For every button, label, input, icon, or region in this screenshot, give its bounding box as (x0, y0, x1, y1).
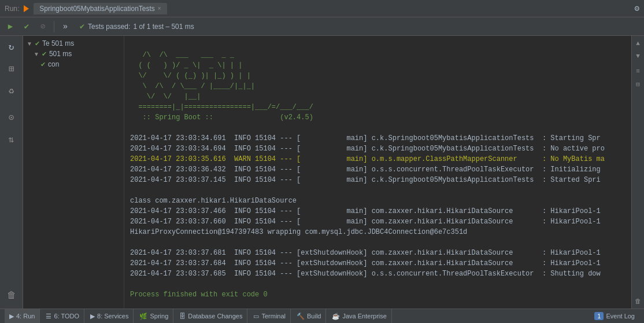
status-java-enterprise[interactable]: ☕ Java Enterprise (327, 309, 391, 323)
sidebar-icon-3[interactable]: ♻ (3, 82, 20, 100)
db-label: Database Changes (188, 313, 242, 320)
rerun-button[interactable]: ▶ (3, 20, 17, 34)
status-services[interactable]: ▶ 8: Services (86, 309, 134, 323)
active-tab[interactable]: Springboot05MybatisApplicationTests × (34, 3, 166, 14)
sidebar-icon-4[interactable]: ⊙ (3, 109, 20, 126)
run-icon: ▶ (9, 313, 14, 320)
event-badge: 1 (594, 312, 604, 320)
check-icon: ✔ (79, 23, 85, 31)
orange-triangle-icon (24, 5, 29, 12)
rt-scroll-up-btn[interactable]: ▲ (633, 38, 643, 49)
rt-trash-btn[interactable]: 🗑 (633, 296, 643, 306)
jump-button[interactable]: » (58, 20, 72, 34)
status-event-log[interactable]: 1 Event Log (590, 312, 639, 320)
terminal-icon: ▭ (253, 313, 259, 320)
sidebar-icon-6[interactable]: 🗑 (3, 287, 20, 304)
spring-label: Spring (150, 313, 168, 320)
build-label: Build (307, 313, 321, 320)
status-spring[interactable]: 🌿 Spring (135, 309, 173, 323)
todo-icon: ☰ (46, 313, 51, 320)
run-tests-button[interactable]: ✔ (20, 20, 34, 34)
run-label: Run: (5, 5, 19, 13)
main-area: ↻ ⊞ ♻ ⊙ ⇅ 🗑 ▼ ✔ Te 501 ms ▼ ✔ 501 ms ✔ c… (0, 36, 644, 309)
build-icon: 🔨 (297, 313, 305, 320)
tree-label-2: con (48, 60, 59, 68)
tab-name: Springboot05MybatisApplicationTests (39, 5, 154, 13)
tree-item-0[interactable]: ▼ ✔ Te 501 ms (23, 38, 124, 49)
status-terminal[interactable]: ▭ Terminal (249, 309, 291, 323)
todo-label: 6: TODO (54, 313, 79, 320)
services-icon: ▶ (90, 313, 95, 320)
gear-icon[interactable]: ⚙ (635, 3, 639, 13)
tree-check-1: ✔ (42, 50, 47, 58)
sidebar-icon-1[interactable]: ↻ (3, 38, 20, 56)
console-output[interactable]: /\ /\ ___ ___ _ _ ( ( ) )/ _ \| _ \| | |… (124, 36, 631, 309)
status-run[interactable]: ▶ 4: Run (5, 309, 40, 323)
tree-item-2[interactable]: ✔ con (23, 59, 124, 69)
status-db[interactable]: 🗄 Database Changes (175, 309, 247, 323)
tree-arrow-1: ▼ (34, 51, 39, 57)
sidebar-icon-5[interactable]: ⇅ (3, 131, 20, 148)
status-bar: ▶ 4: Run ☰ 6: TODO ▶ 8: Services 🌿 Sprin… (0, 309, 644, 323)
tests-passed-info: ✔ Tests passed: 1 of 1 test – 501 ms (79, 23, 194, 31)
tree-label-1: 501 ms (49, 50, 72, 58)
java-icon: ☕ (332, 313, 340, 320)
test-tree: ▼ ✔ Te 501 ms ▼ ✔ 501 ms ✔ con (23, 36, 124, 309)
event-log-label: Event Log (606, 313, 635, 320)
db-icon: 🗄 (179, 313, 186, 320)
tree-check-0: ✔ (35, 40, 40, 47)
tree-item-1[interactable]: ▼ ✔ 501 ms (23, 49, 124, 59)
tests-passed-label: Tests passed: (88, 23, 130, 31)
rt-wrap-btn[interactable]: ≡ (633, 66, 643, 76)
run-label: 4: Run (16, 313, 35, 320)
status-build[interactable]: 🔨 Build (292, 309, 326, 323)
content-area: /\ /\ ___ ___ _ _ ( ( ) )/ _ \| _ \| | |… (124, 36, 644, 309)
right-toolbar: ▲ ▼ ≡ ⊟ 🗑 (631, 36, 644, 309)
separator (54, 21, 54, 32)
services-label: 8: Services (97, 313, 128, 320)
tab-close-icon[interactable]: × (158, 5, 161, 12)
rt-filter-btn[interactable]: ⊟ (633, 79, 643, 89)
toolbar: ▶ ✔ ⊘ » ✔ Tests passed: 1 of 1 test – 50… (0, 17, 644, 36)
tree-check-2: ✔ (40, 61, 46, 68)
terminal-label: Terminal (261, 313, 286, 320)
rt-scroll-down-btn[interactable]: ▼ (633, 51, 643, 61)
java-label: Java Enterprise (342, 313, 386, 320)
tree-label-0: Te 501 ms (42, 39, 74, 47)
spring-icon: 🌿 (139, 313, 147, 320)
sidebar-icon-2[interactable]: ⊞ (3, 60, 20, 78)
tests-count: 1 of 1 test – 501 ms (133, 23, 194, 31)
stop-button[interactable]: ⊘ (36, 20, 50, 34)
status-todo[interactable]: ☰ 6: TODO (41, 309, 84, 323)
top-bar: Run: Springboot05MybatisApplicationTests… (0, 0, 644, 17)
icon-sidebar: ↻ ⊞ ♻ ⊙ ⇅ 🗑 (0, 36, 23, 309)
tree-arrow-0: ▼ (27, 41, 32, 47)
